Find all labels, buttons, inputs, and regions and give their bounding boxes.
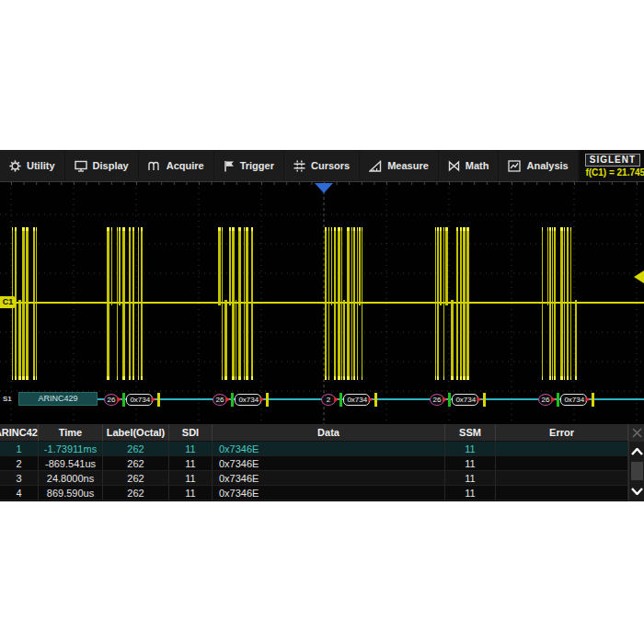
table-cell (496, 486, 628, 500)
table-cell: 0x7346E (213, 471, 445, 486)
top-menu-bar: Utility Display Acquire Trigger Cursors … (0, 150, 644, 181)
menu-math-label: Math (466, 160, 489, 171)
table-cell: 24.8000ns (39, 471, 103, 486)
decoded-frame: 26▶0x734▶ (538, 391, 594, 408)
menu-trigger-label: Trigger (240, 160, 274, 171)
truncate-arrow-icon: ▶ (368, 396, 373, 403)
table-cell: 11 (169, 442, 213, 456)
screenshot-page: Utility Display Acquire Trigger Cursors … (0, 0, 644, 644)
bus-name-box[interactable]: ARINC429 (18, 392, 98, 406)
truncate-arrow-icon: ▶ (151, 396, 155, 403)
menu-acquire[interactable]: Acquire (139, 150, 214, 181)
frame-start-bar (557, 393, 559, 407)
table-row[interactable]: 1-1.73911ms262110x7346E11 (0, 442, 628, 456)
menu-acquire-label: Acquire (167, 160, 204, 171)
table-close-button[interactable] (629, 424, 644, 442)
menu-math[interactable]: Math (439, 150, 500, 181)
table-cell: 3 (0, 471, 39, 486)
gear-icon (9, 160, 21, 172)
table-cell (496, 471, 628, 486)
decoded-frame: 26▶0x734▶ (213, 391, 269, 408)
trigger-position-marker[interactable] (315, 183, 333, 193)
menu-analysis[interactable]: Analysis (499, 150, 578, 181)
analysis-icon (508, 160, 521, 172)
table-cell: 11 (169, 471, 213, 486)
table-cell: 11 (445, 486, 496, 500)
frame-start-bar (448, 393, 451, 407)
scroll-down-button[interactable] (629, 481, 644, 500)
menu-measure-label: Measure (387, 160, 429, 171)
menu-cursors[interactable]: Cursors (284, 150, 360, 181)
menu-display[interactable]: Display (65, 150, 139, 181)
frame-end-bar (374, 393, 377, 407)
table-cell (496, 442, 628, 456)
table-cell: 11 (445, 471, 496, 486)
table-row[interactable]: 324.8000ns262110x7346E11 (0, 471, 628, 486)
table-cell: 262 (103, 486, 169, 500)
scrollbar-thumb[interactable] (631, 462, 643, 480)
table-cell: 1 (0, 442, 39, 456)
table-cell: -869.541us (39, 456, 103, 471)
table-cell: 4 (0, 486, 39, 500)
menu-trigger[interactable]: Trigger (214, 150, 284, 181)
frame-start-bar (122, 393, 125, 407)
trigger-level-marker[interactable] (634, 270, 644, 283)
frame-end-bar (157, 393, 160, 407)
truncate-arrow-icon: ▶ (117, 396, 121, 403)
cursors-icon (293, 160, 305, 172)
measure-icon (369, 160, 382, 172)
table-cell: 262 (103, 456, 169, 471)
table-cell: -1.73911ms (39, 442, 103, 456)
frame-start-bar (339, 393, 342, 407)
table-row[interactable]: 4869.590us262110x7346E11 (0, 486, 628, 500)
table-cell: 262 (103, 442, 169, 456)
table-header-cell: SSM (445, 424, 496, 442)
siglent-logo: SIGLENT (585, 154, 640, 167)
chevron-up-icon (631, 448, 643, 455)
table-cell: 0x7346E (213, 442, 445, 456)
decode-bus-row: S1 ARINC429 26▶0x734▶26▶0x734▶2▶0x734▶26… (0, 390, 644, 408)
truncate-arrow-icon: ▶ (259, 396, 264, 403)
menu-measure[interactable]: Measure (360, 150, 439, 181)
math-icon (448, 160, 460, 172)
table-header-cell: Label(Octal) (103, 424, 169, 442)
scroll-up-button[interactable] (629, 442, 644, 461)
frame-start-bar (231, 393, 234, 407)
table-cell: 869.590us (39, 486, 103, 500)
menu-utility[interactable]: Utility (0, 150, 65, 181)
table-cell: 11 (169, 486, 213, 500)
truncate-arrow-icon: ▶ (334, 396, 339, 403)
table-cell: 2 (0, 456, 39, 471)
decoded-frame: 2▶0x734▶ (321, 391, 377, 408)
frame-data-box: 0x734 (235, 394, 261, 406)
frame-end-bar (592, 393, 594, 407)
table-cell: 11 (169, 456, 213, 471)
table-cell: 11 (445, 442, 496, 456)
channel-1-marker[interactable]: C1 (0, 296, 16, 308)
menu-analysis-label: Analysis (526, 160, 568, 171)
decode-table-header: ARINC429TimeLabel(Octal)SDIDataSSMError (0, 424, 628, 442)
table-header-cell: Error (496, 424, 628, 442)
decoded-frame: 26▶0x734▶ (430, 391, 486, 408)
truncate-arrow-icon: ▶ (585, 396, 590, 403)
waveform-display: C1 S1 ARINC429 26▶0x734▶26▶0x734▶2▶0x734… (0, 181, 644, 424)
flag-icon (224, 160, 235, 172)
chevron-down-icon (631, 488, 643, 495)
frame-data-box: 0x734 (452, 394, 478, 406)
frame-end-bar (266, 393, 269, 407)
bus-id-label: S1 (3, 395, 12, 403)
table-cell: 0x7346E (213, 486, 445, 500)
display-icon (75, 160, 87, 172)
table-header-cell: ARINC429 (0, 424, 39, 442)
oscilloscope-ui: Utility Display Acquire Trigger Cursors … (0, 150, 644, 501)
table-row[interactable]: 2-869.541us262110x7346E11 (0, 456, 628, 471)
close-icon (632, 428, 642, 438)
truncate-arrow-icon: ▶ (225, 396, 230, 403)
decode-table: ARINC429TimeLabel(Octal)SDIDataSSMError … (0, 424, 644, 501)
trigger-status-block: SIGLENT Trig'd f(C1) = 21.74518kHz (579, 150, 644, 181)
table-cell: 0x7346E (213, 456, 445, 471)
table-header-cell: Time (39, 424, 103, 442)
frame-data-box: 0x734 (560, 394, 587, 406)
frame-data-box: 0x734 (343, 394, 370, 406)
truncate-arrow-icon: ▶ (477, 396, 481, 403)
